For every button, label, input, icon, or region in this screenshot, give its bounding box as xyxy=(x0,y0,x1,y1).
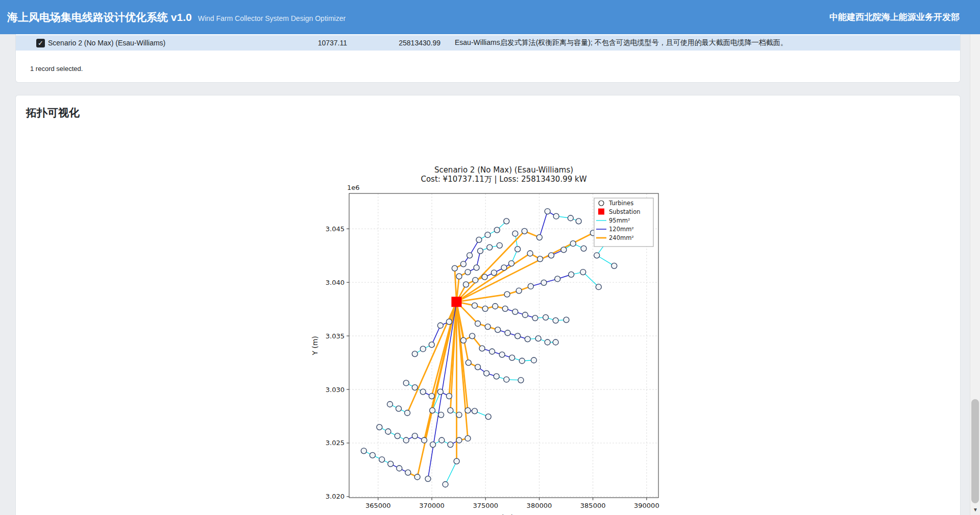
app-subtitle: Wind Farm Collector System Design Optimi… xyxy=(198,14,346,22)
svg-text:95mm²: 95mm² xyxy=(609,217,630,224)
svg-text:385000: 385000 xyxy=(580,502,606,509)
svg-text:380000: 380000 xyxy=(527,502,552,509)
svg-text:3.035: 3.035 xyxy=(326,332,345,340)
svg-text:3.040: 3.040 xyxy=(326,279,345,286)
svg-text:3.030: 3.030 xyxy=(326,386,345,394)
svg-text:Substation: Substation xyxy=(609,208,640,215)
svg-text:3.025: 3.025 xyxy=(326,439,345,447)
scroll-down-button[interactable]: ▼ xyxy=(970,505,980,515)
svg-text:365000: 365000 xyxy=(365,502,391,509)
checkbox-check-icon: ✓ xyxy=(38,39,43,47)
svg-text:3.045: 3.045 xyxy=(326,225,345,233)
svg-text:Turbines: Turbines xyxy=(608,200,633,207)
record-count: 1 record selected. xyxy=(16,51,960,82)
svg-text:120mm²: 120mm² xyxy=(609,226,634,233)
svg-text:370000: 370000 xyxy=(419,502,445,509)
page: 海上风电场集电线路设计优化系统 v1.0 Wind Farm Collector… xyxy=(0,0,980,515)
scrollbar[interactable]: ▼ xyxy=(970,34,980,515)
scenario-loss: 25813430.99 xyxy=(347,39,440,47)
svg-text:Scenario 2 (No Max) (Esau-Will: Scenario 2 (No Max) (Esau-Williams) xyxy=(434,165,573,175)
scenario-description: Esau-Williams启发式算法(权衡距离与容量); 不包含可选电缆型号，且… xyxy=(440,38,960,47)
scroll-down-icon: ▼ xyxy=(973,507,978,512)
svg-text:Y (m): Y (m) xyxy=(311,336,319,356)
svg-text:3.020: 3.020 xyxy=(326,493,345,500)
app-header: 海上风电场集电线路设计优化系统 v1.0 Wind Farm Collector… xyxy=(0,0,980,34)
table-row[interactable]: ✓ Scenario 2 (No Max) (Esau-Williams) 10… xyxy=(16,35,960,51)
scenario-name: Scenario 2 (No Max) (Esau-Williams) xyxy=(48,39,276,47)
org-name: 中能建西北院海上能源业务开发部 xyxy=(829,11,960,23)
svg-text:375000: 375000 xyxy=(473,502,498,509)
scrollbar-thumb[interactable] xyxy=(971,399,979,503)
svg-text:1e6: 1e6 xyxy=(347,184,360,191)
topology-card: 拓扑可视化 3650003700003750003800003850003900… xyxy=(15,95,961,515)
scenario-cost: 10737.11 xyxy=(276,39,347,47)
svg-text:Cost: ¥10737.11万 | Loss: 25813: Cost: ¥10737.11万 | Loss: 25813430.99 kW xyxy=(421,175,586,184)
svg-text:240mm²: 240mm² xyxy=(609,234,634,241)
svg-text:390000: 390000 xyxy=(634,502,659,509)
row-checkbox[interactable]: ✓ xyxy=(36,39,45,47)
section-title: 拓扑可视化 xyxy=(26,106,953,120)
results-card: ✓ Scenario 2 (No Max) (Esau-Williams) 10… xyxy=(15,34,961,83)
app-title: 海上风电场集电线路设计优化系统 v1.0 xyxy=(7,10,192,24)
topology-chart: 3650003700003750003800003850003900003.02… xyxy=(309,164,667,515)
